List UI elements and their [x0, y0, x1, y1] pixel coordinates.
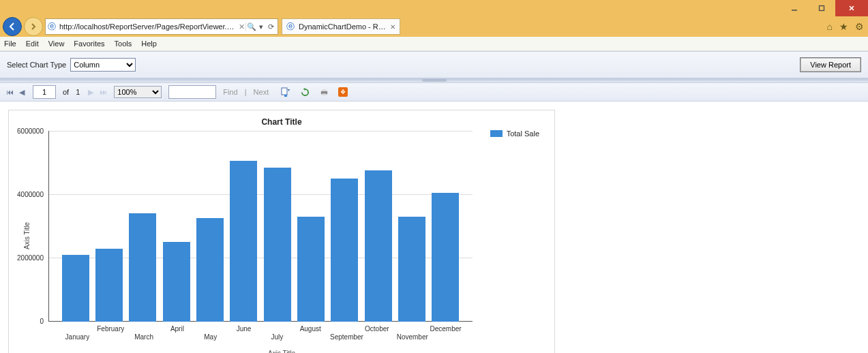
chart-bar [230, 161, 257, 322]
export-icon[interactable] [281, 87, 290, 97]
x-axis-title: Axis Title [9, 350, 554, 353]
splitter-grip-icon [422, 79, 447, 82]
x-tick-label: October [363, 325, 391, 333]
address-bar[interactable]: ⓔ ✕ 🔍 ▾ ⟳ [45, 18, 278, 35]
nav-back-button[interactable] [3, 17, 22, 36]
first-page-icon[interactable]: ⏮ [5, 88, 14, 97]
menu-view[interactable]: View [48, 40, 65, 48]
window-maximize-button[interactable] [808, 0, 835, 16]
tab-favicon-icon: ⓔ [286, 21, 295, 33]
param-label: Select Chart Type [7, 61, 66, 69]
refresh-page-icon[interactable]: ⟳ [264, 22, 278, 31]
chart-bar [297, 217, 325, 322]
x-tick-label: June [230, 325, 258, 333]
chart-type-select[interactable]: Column [70, 58, 136, 72]
chart-title: Chart Title [9, 110, 554, 127]
browser-menu-bar: File Edit View Favorites Tools Help [0, 37, 868, 51]
window-titlebar [0, 0, 868, 16]
refresh-report-icon[interactable] [300, 87, 310, 97]
tab-close-icon[interactable]: ✕ [390, 23, 395, 31]
browser-tab[interactable]: ⓔ DynamicChartDemo - Repo... ✕ [282, 18, 400, 35]
tab-label: DynamicChartDemo - Repo... [299, 22, 386, 31]
x-tick-label: July [263, 333, 290, 341]
datafeed-icon[interactable]: ❖ [338, 87, 348, 97]
x-tick-label: March [130, 333, 158, 341]
print-icon[interactable] [319, 87, 329, 97]
url-input[interactable] [58, 22, 237, 31]
chart-legend: Total Sale [490, 129, 539, 138]
x-tick-label: February [97, 325, 124, 333]
svg-rect-7 [322, 93, 326, 95]
home-icon[interactable]: ⌂ [827, 21, 833, 32]
window-close-button[interactable] [835, 0, 868, 16]
chart-bar [196, 218, 224, 322]
page-nav-group-2: ▶ ⏭ [87, 88, 107, 97]
chart-bar [129, 213, 156, 322]
tools-icon[interactable]: ⚙ [855, 21, 864, 32]
x-tick-label: August [297, 325, 324, 333]
nav-forward-button[interactable] [24, 17, 43, 36]
page-nav-group: ⏮ ◀ [5, 88, 26, 97]
plot-area: 0200000040000006000000 JanuaryFebruaryMa… [48, 131, 473, 322]
menu-help[interactable]: Help [141, 40, 157, 48]
chart-card: Chart Title Total Sale Axis Title 020000… [8, 110, 555, 353]
x-tick-label: November [397, 333, 424, 341]
page-total: 1 [76, 88, 80, 96]
splitter[interactable] [0, 78, 868, 83]
zoom-select[interactable]: 100% [114, 86, 162, 98]
chart-bar [365, 170, 392, 322]
page-of-label: of [63, 88, 69, 96]
chart-bar [432, 193, 459, 322]
next-page-icon[interactable]: ▶ [87, 88, 95, 97]
x-tick-label: December [430, 325, 458, 333]
current-page-input[interactable] [33, 85, 56, 99]
x-tick-label: September [330, 333, 357, 341]
clear-url-icon[interactable]: ✕ [237, 22, 245, 31]
menu-tools[interactable]: Tools [115, 40, 132, 48]
find-link[interactable]: Find [223, 88, 237, 96]
browser-toolbar: ⓔ ✕ 🔍 ▾ ⟳ ⓔ DynamicChartDemo - Repo... ✕… [0, 16, 868, 37]
chart-bar [163, 242, 190, 322]
report-page: Select Chart Type Column View Report ⏮ ◀… [0, 51, 868, 353]
chart-bar [95, 249, 123, 322]
menu-favorites[interactable]: Favorites [74, 40, 104, 48]
y-tick-label: 0 [10, 318, 44, 325]
chart-bar [62, 255, 89, 322]
find-next-link[interactable]: Next [254, 88, 269, 96]
legend-swatch-icon [490, 130, 503, 137]
prev-page-icon[interactable]: ◀ [18, 88, 26, 97]
x-tick-label: January [63, 333, 91, 341]
x-tick-label: May [197, 333, 224, 341]
chart-bar [264, 168, 291, 322]
find-input[interactable] [168, 85, 216, 99]
chart-bar [331, 179, 358, 322]
browser-right-controls: ⌂ ★ ⚙ [827, 16, 864, 37]
menu-file[interactable]: File [4, 40, 16, 48]
y-tick-label: 6000000 [10, 127, 44, 135]
reportviewer-toolbar: ⏮ ◀ of 1 ▶ ⏭ 100% Find | Next ❖ [0, 83, 868, 102]
last-page-icon[interactable]: ⏭ [99, 88, 107, 97]
chart-bar [398, 217, 425, 322]
x-tick-label: April [164, 325, 191, 333]
svg-rect-6 [322, 89, 326, 91]
ie-logo-icon: ⓔ [46, 21, 58, 33]
menu-edit[interactable]: Edit [26, 40, 39, 48]
separator: | [245, 88, 247, 96]
view-report-button[interactable]: View Report [800, 57, 861, 72]
legend-label: Total Sale [507, 129, 539, 138]
svg-rect-4 [282, 88, 287, 95]
svg-rect-1 [820, 6, 824, 11]
window-minimize-button[interactable] [781, 0, 808, 16]
parameter-bar: Select Chart Type Column View Report [0, 51, 868, 78]
y-axis-title: Axis Title [23, 222, 31, 249]
y-tick-label: 2000000 [10, 254, 44, 262]
favorites-icon[interactable]: ★ [839, 21, 848, 32]
y-tick-label: 4000000 [10, 191, 44, 198]
search-dropdown-icon[interactable]: 🔍 ▾ [245, 22, 264, 31]
